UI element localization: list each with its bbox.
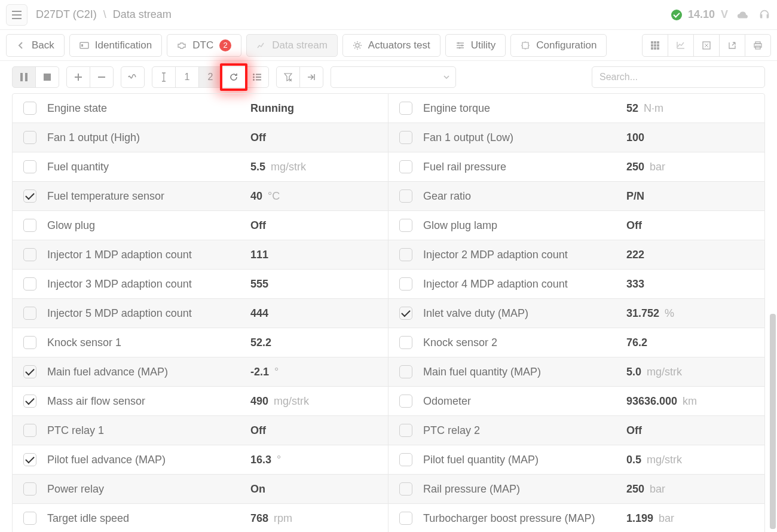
- menu-button[interactable]: [6, 4, 27, 26]
- param-value-wrap: Off: [626, 219, 642, 232]
- param-value-wrap: P/N: [626, 190, 644, 203]
- param-checkbox[interactable]: [399, 512, 412, 525]
- param-checkbox[interactable]: [23, 336, 36, 349]
- param-checkbox[interactable]: [23, 102, 36, 115]
- chart-view-button[interactable]: [668, 34, 694, 57]
- param-checkbox[interactable]: [399, 248, 412, 261]
- data-row: Knock sensor 152.2Knock sensor 276.2: [13, 328, 764, 357]
- tab-configuration[interactable]: Configuration: [510, 34, 607, 57]
- param-unit: mg/strk: [644, 454, 682, 466]
- data-grid-scroll[interactable]: Engine stateRunningEngine torque52 N·mFa…: [0, 93, 777, 532]
- skip-button[interactable]: [299, 66, 323, 88]
- param-checkbox[interactable]: [23, 365, 36, 378]
- param-value-wrap: 490 mg/strk: [250, 395, 309, 408]
- param-checkbox[interactable]: [399, 277, 412, 291]
- param-checkbox[interactable]: [399, 424, 412, 437]
- tab-utility[interactable]: Utility: [445, 34, 506, 57]
- param-value: 16.3: [250, 454, 271, 466]
- param-checkbox[interactable]: [399, 336, 412, 349]
- back-button[interactable]: Back: [6, 34, 65, 57]
- param-checkbox[interactable]: [399, 102, 412, 115]
- param-checkbox[interactable]: [399, 307, 412, 320]
- data-cell: Odometer93636.000 km: [389, 387, 764, 416]
- print-button[interactable]: [745, 34, 771, 57]
- list-button[interactable]: [245, 66, 269, 88]
- engine-icon: [177, 41, 186, 50]
- search-input[interactable]: [592, 66, 765, 88]
- param-value: -2.1: [250, 366, 269, 378]
- wave-button[interactable]: [121, 66, 145, 88]
- scrollbar-thumb[interactable]: [770, 314, 776, 529]
- add-button[interactable]: [66, 66, 90, 88]
- param-unit: mg/strk: [271, 395, 309, 407]
- param-value-wrap: 40 °C: [250, 190, 280, 203]
- param-value-wrap: 0.5 mg/strk: [626, 454, 682, 466]
- filter-clear-button[interactable]: [276, 66, 300, 88]
- param-value: 93636.000: [626, 395, 677, 407]
- param-label: Injector 1 MDP adaption count: [47, 249, 250, 261]
- headphones-icon[interactable]: [758, 8, 771, 22]
- breadcrumb: D27DT (C2I) \ Data stream: [36, 8, 172, 21]
- text-button[interactable]: [152, 66, 176, 88]
- param-checkbox[interactable]: [23, 307, 36, 320]
- param-value: 52: [626, 102, 638, 114]
- param-checkbox[interactable]: [23, 277, 36, 291]
- param-checkbox[interactable]: [23, 160, 36, 173]
- param-value: 490: [250, 395, 268, 407]
- param-checkbox[interactable]: [399, 365, 412, 378]
- remove-button[interactable]: [90, 66, 114, 88]
- pause-icon: [20, 73, 27, 81]
- stop-button[interactable]: [35, 66, 59, 88]
- param-checkbox[interactable]: [23, 189, 36, 203]
- param-checkbox[interactable]: [399, 453, 412, 466]
- tab-data-stream[interactable]: Data stream: [246, 34, 338, 57]
- grid-view-button[interactable]: [642, 34, 668, 57]
- param-value-wrap: 555: [250, 278, 268, 291]
- refresh-button[interactable]: [222, 66, 246, 88]
- one-button[interactable]: 1: [175, 66, 199, 88]
- param-checkbox[interactable]: [399, 131, 412, 144]
- breadcrumb-device[interactable]: D27DT (C2I): [36, 8, 97, 20]
- param-value: 40: [250, 190, 262, 202]
- two-button[interactable]: 2: [198, 66, 222, 88]
- param-checkbox[interactable]: [399, 395, 412, 408]
- param-checkbox[interactable]: [23, 482, 36, 496]
- param-checkbox[interactable]: [23, 424, 36, 437]
- param-checkbox[interactable]: [23, 219, 36, 232]
- data-row: Glow plugOffGlow plug lampOff: [13, 211, 764, 240]
- param-value-wrap: 250 bar: [626, 483, 665, 496]
- cloud-icon[interactable]: [736, 8, 750, 22]
- param-checkbox[interactable]: [23, 512, 36, 525]
- export-button[interactable]: [719, 34, 745, 57]
- svg-rect-22: [20, 73, 23, 81]
- tab-identification-label: Identification: [95, 39, 152, 51]
- data-cell: Glow plug lampOff: [389, 211, 764, 240]
- fullscreen-button[interactable]: [693, 34, 720, 57]
- param-value: 0.5: [626, 454, 641, 466]
- dropdown-button[interactable]: [331, 66, 456, 88]
- tab-actuators[interactable]: Actuators test: [342, 34, 440, 57]
- param-label: PTC relay 1: [47, 424, 250, 437]
- tab-dtc[interactable]: DTC 2: [167, 34, 241, 57]
- param-checkbox[interactable]: [399, 219, 412, 232]
- data-cell: Turbocharger boost pressure (MAP)1.199 b…: [389, 504, 764, 532]
- two-label: 2: [208, 72, 213, 82]
- param-value: 100: [626, 132, 644, 143]
- param-checkbox[interactable]: [23, 395, 36, 408]
- param-checkbox[interactable]: [399, 482, 412, 496]
- param-label: Pilot fuel quantity (MAP): [423, 454, 626, 466]
- param-checkbox[interactable]: [399, 160, 412, 173]
- param-checkbox[interactable]: [23, 248, 36, 261]
- param-checkbox[interactable]: [399, 189, 412, 203]
- puzzle-icon: [521, 41, 530, 50]
- one-label: 1: [185, 72, 190, 82]
- svg-point-27: [253, 77, 255, 78]
- param-unit: bar: [656, 512, 674, 524]
- data-row: Injector 1 MDP adaption count111Injector…: [13, 240, 764, 270]
- param-checkbox[interactable]: [23, 131, 36, 144]
- data-row: Target idle speed768 rpmTurbocharger boo…: [13, 504, 764, 532]
- pause-button[interactable]: [12, 66, 36, 88]
- tab-dtc-label: DTC: [192, 39, 213, 51]
- tab-identification[interactable]: Identification: [69, 34, 162, 57]
- param-checkbox[interactable]: [23, 453, 36, 466]
